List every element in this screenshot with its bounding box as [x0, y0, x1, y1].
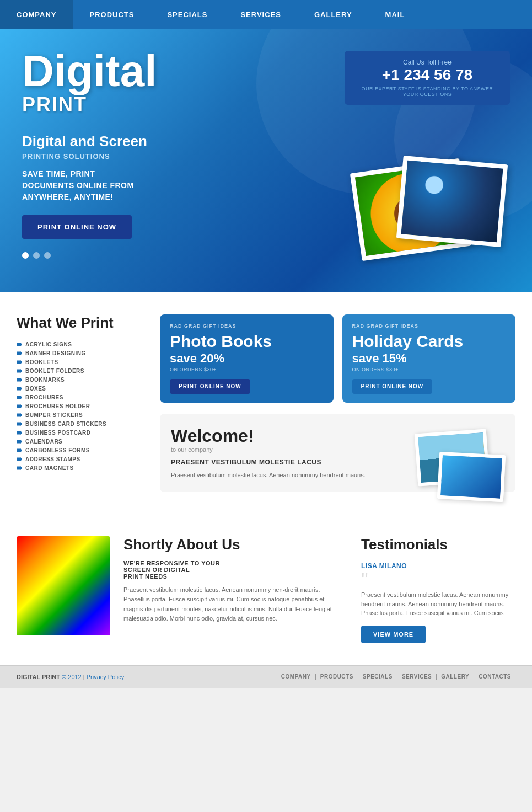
footer-policy[interactable]: Privacy Policy	[87, 674, 124, 680]
slider-dot-3[interactable]	[44, 252, 51, 259]
nav-item-services[interactable]: SERVICES	[224, 0, 298, 29]
footer-year: © 2012	[62, 674, 82, 680]
welcome-heading: PRAESENT VESTIBULUM MOLESTIE LACUS	[171, 458, 400, 466]
list-arrow-icon	[17, 386, 22, 392]
list-item-label: BANNER DESIGNING	[25, 350, 86, 356]
testimonial-name: LISA MILANO	[361, 562, 515, 570]
hero-title: Digital	[22, 51, 266, 91]
list-item-label: ADDRESS STAMPS	[25, 456, 80, 462]
nav-item-mail[interactable]: MAIL	[369, 0, 422, 29]
list-item-label: BUMPER STICKERS	[25, 412, 83, 418]
list-arrow-icon	[17, 439, 22, 445]
list-item-label: BOOKLETS	[25, 359, 58, 365]
list-item-label: BOOKMARKS	[25, 377, 65, 383]
footer-brand: DIGITAL PRINT	[17, 674, 60, 680]
list-arrow-icon	[17, 377, 22, 383]
what-we-print-title: What We Print	[17, 314, 143, 332]
list-item: BUMPER STICKERS	[17, 412, 143, 418]
list-arrow-icon	[17, 430, 22, 436]
list-arrow-icon	[17, 342, 22, 348]
slider-dot-2[interactable]	[33, 252, 40, 259]
list-item-label: BUSINESS CARD STICKERS	[25, 421, 106, 427]
welcome-section: Welcome! to our company PRAESENT VESTIBU…	[160, 414, 515, 492]
list-item: CARD MAGNETS	[17, 465, 143, 471]
about-left: Shortly About Us WE'RE RESPONSIVE TO YOU…	[17, 536, 345, 643]
print-online-button[interactable]: PRINT ONLINE NOW	[22, 215, 132, 239]
promo-card-1: RAD GRAD GIFT IDEAS Photo Books save 20%…	[160, 314, 334, 403]
footer: DIGITAL PRINT © 2012 | Privacy Policy CO…	[0, 665, 532, 688]
phone-sub: OUR EXPERT STAFF IS STANDING BY TO ANSWE…	[356, 86, 499, 97]
list-item: BOOKMARKS	[17, 377, 143, 383]
list-item: BUSINESS CARD STICKERS	[17, 421, 143, 427]
list-arrow-icon	[17, 368, 22, 374]
hero-tagline: Digital and Screen	[22, 133, 266, 150]
nav-item-gallery[interactable]: GALLERY	[298, 0, 369, 29]
promo-btn-1[interactable]: PRINT ONLINE NOW	[170, 379, 250, 394]
promo-product-2: Holiday Cards	[352, 332, 506, 350]
footer-link-company[interactable]: COMPANY	[277, 674, 316, 680]
main-content: What We Print ACRYLIC SIGNSBANNER DESIGN…	[0, 292, 532, 514]
promo-product-1: Photo Books	[170, 332, 324, 350]
quote-mark: "	[361, 574, 515, 586]
promo-tag-1: RAD GRAD GIFT IDEAS	[170, 323, 324, 329]
view-more-button[interactable]: VIEW MORE	[361, 626, 426, 643]
footer-link-products[interactable]: PRODUCTS	[316, 674, 358, 680]
hero-section: Digital PRINT Digital and Screen PRINTIN…	[0, 29, 532, 292]
promo-card-2: RAD GRAD GIFT IDEAS Holiday Cards save 1…	[342, 314, 516, 403]
list-arrow-icon	[17, 421, 22, 427]
phone-label: Call Us Toll Free	[356, 58, 499, 66]
photo-stack	[334, 121, 510, 259]
footer-link-services[interactable]: SERVICES	[397, 674, 437, 680]
nav-item-specials[interactable]: SPECIALS	[151, 0, 224, 29]
promo-orders-2: ON ORDERS $30+	[352, 367, 506, 372]
footer-link-gallery[interactable]: GALLERY	[437, 674, 474, 680]
promo-tag-2: RAD GRAD GIFT IDEAS	[352, 323, 506, 329]
welcome-body: Praesent vestibulum molestie lacus. Aene…	[171, 471, 400, 480]
footer-link-contacts[interactable]: CONTACTS	[474, 674, 515, 680]
about-content: Shortly About Us WE'RE RESPONSIVE TO YOU…	[123, 536, 345, 643]
list-item: BANNER DESIGNING	[17, 350, 143, 356]
testimonials-section: Testimonials LISA MILANO " Praesent vest…	[361, 536, 515, 643]
footer-left: DIGITAL PRINT © 2012 | Privacy Policy	[17, 674, 124, 680]
list-arrow-icon	[17, 457, 22, 462]
list-item: CARBONLESS FORMS	[17, 447, 143, 453]
list-item: CALENDARS	[17, 439, 143, 445]
list-item-label: CALENDARS	[25, 439, 62, 445]
photo-frame-2	[396, 156, 508, 247]
testimonial-body: Praesent vestibulum molestie lacus. Aene…	[361, 590, 515, 618]
list-item-label: BROCHURES	[25, 394, 63, 400]
list-item-label: BUSINESS POSTCARD	[25, 430, 91, 436]
hero-tagline-small: PRINTING SOLUTIONS	[22, 152, 266, 161]
promo-save-2: save 15%	[352, 351, 506, 366]
right-content: RAD GRAD GIFT IDEAS Photo Books save 20%…	[160, 314, 515, 492]
welcome-image-stack	[411, 426, 504, 480]
about-title: Shortly About Us	[123, 536, 345, 553]
nav-item-products[interactable]: PRODUCTS	[73, 0, 151, 29]
about-subtitle: WE'RE RESPONSIVE TO YOURSCREEN OR DIGITA…	[123, 560, 345, 580]
list-item-label: CARBONLESS FORMS	[25, 447, 90, 453]
nav-item-company[interactable]: COMPANY	[0, 0, 73, 29]
phone-box: Call Us Toll Free +1 234 56 78 OUR EXPER…	[345, 51, 510, 105]
hero-subtitle: PRINT	[22, 93, 266, 116]
list-item: ACRYLIC SIGNS	[17, 341, 143, 348]
list-item-label: ACRYLIC SIGNS	[25, 341, 72, 348]
navigation: COMPANYPRODUCTSSPECIALSSERVICESGALLERYMA…	[0, 0, 532, 29]
promo-orders-1: ON ORDERS $30+	[170, 367, 324, 372]
list-item: BOOKLET FOLDERS	[17, 368, 143, 374]
testimonials-title: Testimonials	[361, 536, 515, 553]
print-list: ACRYLIC SIGNSBANNER DESIGNINGBOOKLETSBOO…	[17, 341, 143, 471]
list-item: BROCHURES HOLDER	[17, 403, 143, 409]
list-item: BUSINESS POSTCARD	[17, 430, 143, 436]
promo-btn-2[interactable]: PRINT ONLINE NOW	[352, 379, 433, 394]
promo-save-1: save 20%	[170, 351, 324, 366]
list-arrow-icon	[17, 466, 22, 471]
list-arrow-icon	[17, 448, 22, 453]
welcome-frame-2	[437, 452, 506, 502]
promo-cards: RAD GRAD GIFT IDEAS Photo Books save 20%…	[160, 314, 515, 403]
welcome-sub: to our company	[171, 446, 400, 453]
list-item: BROCHURES	[17, 394, 143, 400]
slider-dot-1[interactable]	[22, 252, 29, 259]
about-image	[17, 536, 110, 635]
footer-link-specials[interactable]: SPECIALS	[358, 674, 397, 680]
list-arrow-icon	[17, 351, 22, 356]
